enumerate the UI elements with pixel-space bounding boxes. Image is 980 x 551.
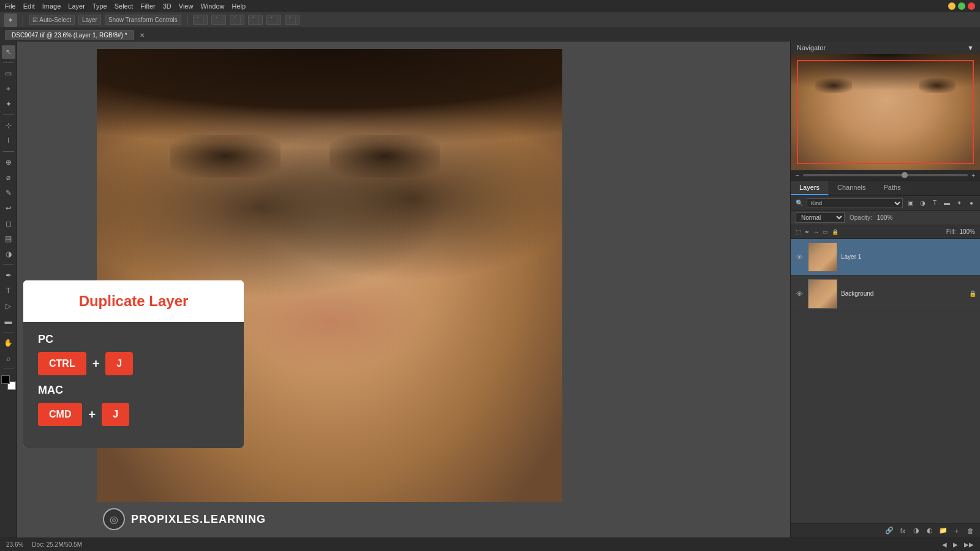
transform-controls[interactable]: Show Transform Controls — [105, 15, 181, 25]
fill-value: 100% — [959, 228, 975, 235]
lasso-tool[interactable]: ⌖ — [2, 82, 15, 96]
blend-mode-select[interactable]: Normal — [796, 212, 845, 223]
tab-layers[interactable]: Layers — [791, 181, 829, 195]
lock-move-icon[interactable]: ↔ — [813, 229, 819, 235]
link-layers-button[interactable]: 🔗 — [884, 526, 894, 536]
filter-shape-icon[interactable]: ▬ — [942, 198, 952, 208]
main-layout: ↖ ▭ ⌖ ✦ ⊹ ⌇ ⊕ ⌀ ✎ ↩ ◻ ▤ ◑ ✒ T ▷ ▬ ✋ ⌕ — [0, 42, 980, 538]
menu-type[interactable]: Type — [92, 2, 107, 10]
eyedropper-tool[interactable]: ⌇ — [2, 134, 15, 148]
filter-type-icon[interactable]: T — [930, 198, 940, 208]
align-right[interactable]: ⬛ — [230, 15, 244, 25]
move-tool[interactable]: ↖ — [2, 45, 15, 59]
text-tool[interactable]: T — [2, 284, 15, 298]
zoom-tool[interactable]: ⌕ — [2, 351, 15, 365]
menu-window[interactable]: Window — [200, 2, 224, 10]
new-adjustment-button[interactable]: ◐ — [925, 526, 935, 536]
navigator-collapse-icon[interactable]: ▼ — [967, 44, 974, 51]
blend-row: Normal Opacity: 100% — [791, 211, 980, 225]
select-rect-tool[interactable]: ▭ — [2, 67, 15, 80]
path-select-tool[interactable]: ▷ — [2, 299, 15, 313]
menu-select[interactable]: Select — [115, 2, 134, 10]
menu-filter[interactable]: Filter — [140, 2, 155, 10]
menu-view[interactable]: View — [179, 2, 194, 10]
navigator-header[interactable]: Navigator ▼ — [791, 42, 980, 54]
zoom-level: 23.6% — [6, 541, 23, 548]
zoom-thumb[interactable] — [902, 172, 908, 178]
menu-3d[interactable]: 3D — [163, 2, 172, 10]
close-tab-button[interactable]: ✕ — [138, 31, 146, 39]
align-bottom[interactable]: ⬛ — [285, 15, 300, 25]
menu-help[interactable]: Help — [232, 2, 246, 10]
document-tab[interactable]: DSC9047.tif @ 23.6% (Layer 1, RGB/8#) * — [5, 30, 134, 40]
layer-visibility-1[interactable]: 👁 — [794, 252, 804, 262]
fill-label: Fill: — [946, 228, 956, 235]
search-layers-icon[interactable]: 🔍 — [794, 198, 804, 208]
zoom-in-icon[interactable]: + — [971, 172, 975, 179]
doc-size: Doc: 25.2M/50.5M — [32, 541, 82, 548]
lock-all-icon[interactable]: 🔒 — [832, 229, 839, 235]
menu-edit[interactable]: Edit — [23, 2, 35, 10]
minimize-button[interactable] — [948, 2, 956, 10]
new-group-button[interactable]: 📁 — [938, 526, 948, 536]
filter-smart-icon[interactable]: ✦ — [954, 198, 964, 208]
status-arrow-right[interactable]: ▶▶ — [964, 541, 974, 548]
tab-paths[interactable]: Paths — [875, 181, 910, 195]
spot-heal-tool[interactable]: ⊕ — [2, 156, 15, 169]
add-mask-button[interactable]: ◑ — [911, 526, 921, 536]
filter-pixel-icon[interactable]: ▣ — [905, 198, 915, 208]
quick-select-tool[interactable]: ✦ — [2, 97, 15, 111]
navigator-panel: Navigator ▼ − + — [791, 42, 980, 181]
tab-channels[interactable]: Channels — [829, 181, 875, 195]
align-middle[interactable]: ⬛ — [266, 15, 281, 25]
shape-tool[interactable]: ▬ — [2, 315, 15, 328]
delete-layer-button[interactable]: 🗑 — [965, 526, 975, 536]
pc-label: PC — [38, 333, 229, 346]
tool-sep-3 — [3, 151, 14, 152]
lock-artboard-icon[interactable]: ▭ — [823, 229, 828, 235]
card-body: PC CTRL + J MAC CMD + J — [23, 322, 244, 448]
eraser-tool[interactable]: ◻ — [2, 217, 15, 230]
filter-toggle-icon[interactable]: ● — [967, 198, 976, 208]
move-tool-button[interactable]: ✦ — [4, 13, 17, 27]
layer-select[interactable]: Layer — [78, 15, 101, 25]
foreground-color[interactable] — [1, 375, 10, 384]
zoom-track[interactable] — [803, 174, 968, 176]
lock-transparent-icon[interactable]: ⬚ — [796, 229, 801, 235]
crop-tool[interactable]: ⊹ — [2, 119, 15, 132]
layer-visibility-bg[interactable]: 👁 — [794, 289, 804, 299]
filter-adjustment-icon[interactable]: ◑ — [918, 198, 927, 208]
zoom-out-icon[interactable]: − — [796, 172, 799, 179]
menu-image[interactable]: Image — [42, 2, 61, 10]
align-top[interactable]: ⬛ — [248, 15, 263, 25]
layer-name-bg: Background — [841, 290, 873, 297]
opacity-value: 100% — [877, 214, 893, 221]
mac-key-combo: CMD + J — [38, 403, 229, 426]
layer-item-1[interactable]: 👁 Layer 1 — [791, 239, 980, 276]
foreground-background-colors[interactable] — [1, 375, 16, 390]
dodge-tool[interactable]: ◑ — [2, 247, 15, 261]
history-brush-tool[interactable]: ↩ — [2, 201, 15, 215]
new-layer-button[interactable]: + — [952, 526, 962, 536]
layer-item-background[interactable]: 👁 Background 🔒 — [791, 276, 980, 312]
navigator-face-preview — [791, 54, 980, 170]
maximize-button[interactable] — [958, 2, 965, 10]
gradient-tool[interactable]: ▤ — [2, 232, 15, 246]
status-arrow-left[interactable]: ◀ — [942, 541, 947, 548]
align-left[interactable]: ⬛ — [193, 15, 208, 25]
status-play[interactable]: ▶ — [953, 541, 958, 548]
nav-right-eye — [919, 78, 956, 93]
add-style-button[interactable]: fx — [898, 526, 908, 536]
menu-file[interactable]: File — [5, 2, 16, 10]
auto-select-checkbox[interactable]: ☑ Auto-Select — [29, 15, 75, 25]
align-center[interactable]: ⬛ — [211, 15, 226, 25]
overlay-card: Duplicate Layer PC CTRL + J MAC CMD + J — [23, 280, 244, 448]
stamp-tool[interactable]: ✎ — [2, 186, 15, 200]
pen-tool[interactable]: ✒ — [2, 269, 15, 282]
close-button[interactable] — [968, 2, 975, 10]
layer-type-filter[interactable]: Kind — [807, 198, 903, 208]
menu-layer[interactable]: Layer — [68, 2, 85, 10]
hand-tool[interactable]: ✋ — [2, 336, 15, 350]
brush-tool[interactable]: ⌀ — [2, 171, 15, 184]
lock-paint-icon[interactable]: ✒ — [805, 229, 810, 235]
